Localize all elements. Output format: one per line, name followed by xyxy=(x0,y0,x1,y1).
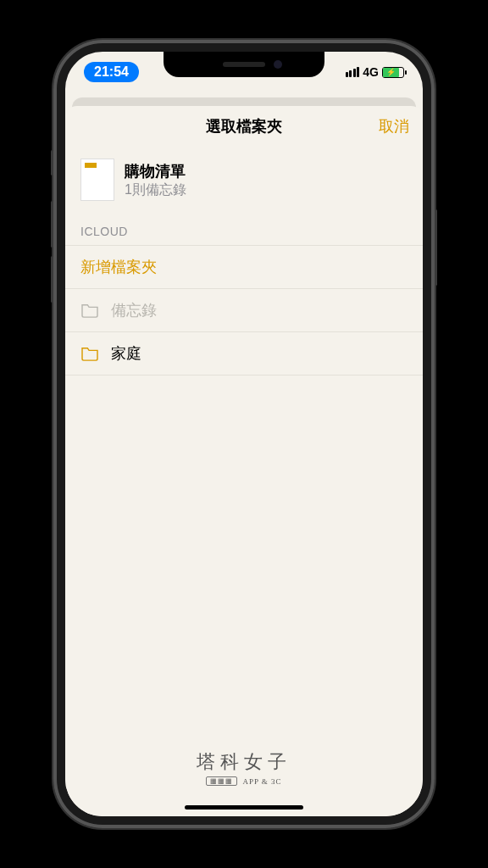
folder-icon xyxy=(80,346,99,361)
note-subtitle: 1則備忘錄 xyxy=(125,181,186,199)
notch xyxy=(164,52,324,77)
nav-bar: 選取檔案夾 取消 xyxy=(65,106,423,147)
watermark-title: 塔科女子 xyxy=(65,749,423,775)
new-folder-label: 新增檔案夾 xyxy=(80,257,157,277)
keyboard-icon: ▦▦▦ xyxy=(206,776,237,786)
status-right: 4G ⚡ xyxy=(346,65,404,79)
modal-sheet: 選取檔案夾 取消 購物清單 1則備忘錄 ICLOUD 新增檔案夾 備忘錄 xyxy=(65,106,423,816)
section-header-icloud: ICLOUD xyxy=(65,216,423,246)
status-time[interactable]: 21:54 xyxy=(84,62,139,82)
phone-frame: 21:54 4G ⚡ 選取檔案夾 取消 購物清單 1則備 xyxy=(53,40,435,828)
folder-row-family[interactable]: 家庭 xyxy=(65,332,423,376)
cancel-button[interactable]: 取消 xyxy=(379,116,409,136)
volume-down-button xyxy=(51,256,53,303)
home-indicator[interactable] xyxy=(185,805,303,810)
watermark-subtitle: ▦▦▦ APP & 3C xyxy=(65,776,423,786)
network-label: 4G xyxy=(363,65,379,79)
signal-icon xyxy=(346,67,360,77)
folder-label: 備忘錄 xyxy=(111,300,157,320)
power-button xyxy=(435,209,437,286)
folder-icon xyxy=(80,303,99,318)
battery-icon: ⚡ xyxy=(382,67,404,78)
note-thumbnail-icon xyxy=(80,159,114,201)
folder-row-notes: 備忘錄 xyxy=(65,289,423,332)
note-title: 購物清單 xyxy=(125,161,186,181)
new-folder-row[interactable]: 新增檔案夾 xyxy=(65,246,423,289)
watermark: 塔科女子 ▦▦▦ APP & 3C xyxy=(65,749,423,786)
folder-label: 家庭 xyxy=(111,343,141,364)
volume-up-button xyxy=(51,201,53,248)
screen: 21:54 4G ⚡ 選取檔案夾 取消 購物清單 1則備 xyxy=(65,52,423,816)
nav-title: 選取檔案夾 xyxy=(206,116,282,136)
note-info: 購物清單 1則備忘錄 xyxy=(125,161,186,199)
side-button xyxy=(51,150,53,175)
note-header: 購物清單 1則備忘錄 xyxy=(65,147,423,216)
